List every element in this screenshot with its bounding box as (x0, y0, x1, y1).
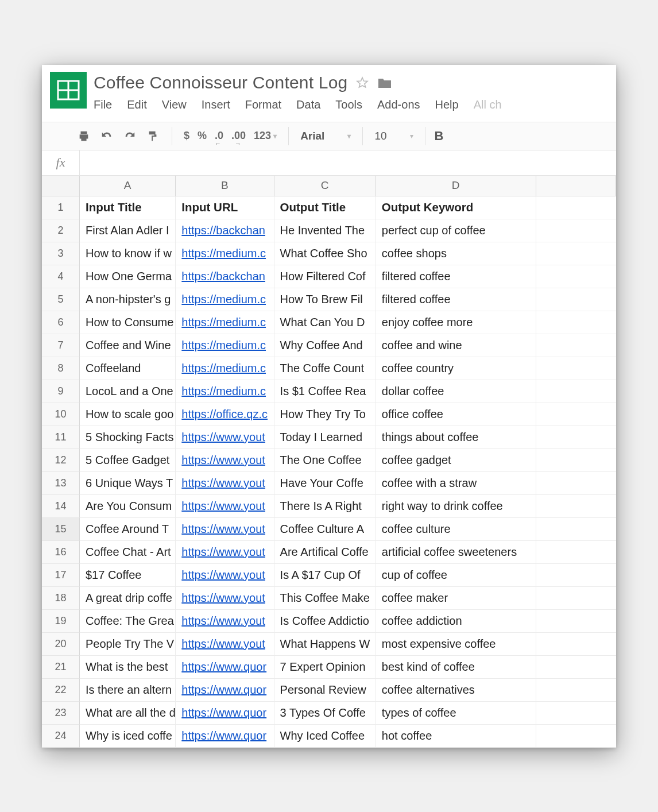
cell-text[interactable]: What Can You D (274, 311, 376, 334)
cell-text[interactable]: Coffee Around T (80, 518, 176, 541)
cell-text[interactable]: coffee country (376, 357, 536, 380)
col-header-d[interactable]: D (376, 176, 536, 196)
cell-url[interactable]: https://www.yout (176, 610, 274, 633)
cell-text[interactable]: Coffee and Wine (80, 334, 176, 357)
increase-decimal-button[interactable]: .00→ (231, 130, 246, 142)
row-header[interactable]: 23 (42, 702, 80, 725)
row-header[interactable]: 19 (42, 610, 80, 633)
cell-url[interactable]: https://medium.c (176, 311, 274, 334)
menu-help[interactable]: Help (435, 98, 459, 111)
cell-text[interactable]: coffee shops (376, 242, 536, 265)
redo-icon[interactable] (122, 129, 137, 144)
header-output-title[interactable]: Output Title (274, 196, 376, 219)
cell-text[interactable]: What are all the d (80, 702, 176, 725)
cell-text[interactable]: Why Iced Coffee (274, 725, 376, 748)
col-header-e[interactable] (536, 176, 616, 196)
cell-text[interactable]: How to Consume (80, 311, 176, 334)
cell-url[interactable]: https://www.yout (176, 426, 274, 449)
cell-text[interactable]: $17 Coffee (80, 564, 176, 587)
cell-text[interactable]: artificial coffee sweeteners (376, 541, 536, 564)
cell-text[interactable]: coffee addiction (376, 610, 536, 633)
cell-url[interactable]: https://medium.c (176, 242, 274, 265)
cell-text[interactable]: right way to drink coffee (376, 495, 536, 518)
sheets-logo-icon[interactable] (50, 72, 87, 109)
cell-text[interactable]: Is there an altern (80, 679, 176, 702)
cell-text[interactable] (536, 564, 616, 587)
select-all-corner[interactable] (42, 176, 80, 196)
menu-data[interactable]: Data (296, 98, 320, 111)
format-currency-button[interactable]: $ (184, 130, 189, 142)
cell-text[interactable] (536, 334, 616, 357)
cell-text[interactable]: The One Coffee (274, 449, 376, 472)
cell-url[interactable]: https://www.quor (176, 702, 274, 725)
cell-url[interactable]: https://www.yout (176, 495, 274, 518)
cell-text[interactable]: things about coffee (376, 426, 536, 449)
cell-text[interactable]: cup of coffee (376, 564, 536, 587)
cell-text[interactable]: This Coffee Make (274, 587, 376, 610)
row-header[interactable]: 12 (42, 449, 80, 472)
cell-text[interactable]: 5 Coffee Gadget (80, 449, 176, 472)
cell-text[interactable]: coffee with a straw (376, 472, 536, 495)
cell-text[interactable] (536, 725, 616, 748)
row-header[interactable]: 11 (42, 426, 80, 449)
cell-text[interactable] (536, 518, 616, 541)
col-header-b[interactable]: B (176, 176, 274, 196)
cell-url[interactable]: https://medium.c (176, 357, 274, 380)
cell-text[interactable]: How Filtered Cof (274, 265, 376, 288)
cell-text[interactable]: What Coffee Sho (274, 242, 376, 265)
cell-url[interactable]: https://backchan (176, 265, 274, 288)
row-header[interactable]: 18 (42, 587, 80, 610)
cell-text[interactable]: Coffee Chat - Art (80, 541, 176, 564)
cell-text[interactable]: Why is iced coffe (80, 725, 176, 748)
cell-text[interactable]: 3 Types Of Coffe (274, 702, 376, 725)
cell-url[interactable]: https://office.qz.c (176, 403, 274, 426)
header-input-url[interactable]: Input URL (176, 196, 274, 219)
row-header[interactable]: 15 (42, 518, 80, 541)
cell-text[interactable]: How To Brew Fil (274, 288, 376, 311)
cell-text[interactable]: Have Your Coffe (274, 472, 376, 495)
cell-text[interactable]: perfect cup of coffee (376, 219, 536, 242)
cell-text[interactable] (536, 679, 616, 702)
row-header[interactable]: 13 (42, 472, 80, 495)
cell-text[interactable]: First Alan Adler I (80, 219, 176, 242)
document-title[interactable]: Coffee Connoisseur Content Log (94, 73, 347, 92)
row-header[interactable]: 3 (42, 242, 80, 265)
formula-input[interactable] (80, 150, 616, 175)
row-header[interactable]: 4 (42, 265, 80, 288)
cell-text[interactable] (536, 633, 616, 656)
cell-text[interactable] (536, 472, 616, 495)
cell-text[interactable]: Is A $17 Cup Of (274, 564, 376, 587)
menu-insert[interactable]: Insert (202, 98, 230, 111)
cell-text[interactable]: hot coffee (376, 725, 536, 748)
cell-text[interactable]: 5 Shocking Facts (80, 426, 176, 449)
cell-url[interactable]: https://medium.c (176, 288, 274, 311)
row-header[interactable]: 14 (42, 495, 80, 518)
cell-text[interactable] (536, 288, 616, 311)
decrease-decimal-button[interactable]: .0← (215, 130, 223, 142)
cell-text[interactable]: 7 Expert Opinion (274, 656, 376, 679)
menu-addons[interactable]: Add-ons (377, 98, 420, 111)
star-icon[interactable] (355, 76, 369, 90)
cell-url[interactable]: https://www.yout (176, 587, 274, 610)
row-header[interactable]: 24 (42, 725, 80, 748)
row-header[interactable]: 10 (42, 403, 80, 426)
cell-text[interactable] (536, 426, 616, 449)
row-header[interactable]: 22 (42, 679, 80, 702)
cell-text[interactable]: dollar coffee (376, 380, 536, 403)
cell-text[interactable]: best kind of coffee (376, 656, 536, 679)
row-header[interactable]: 17 (42, 564, 80, 587)
cell-text[interactable]: How to scale goo (80, 403, 176, 426)
cell-text[interactable] (536, 702, 616, 725)
menu-format[interactable]: Format (245, 98, 281, 111)
cell-text[interactable]: coffee maker (376, 587, 536, 610)
row-header[interactable]: 1 (42, 196, 80, 219)
cell-text[interactable]: He Invented The (274, 219, 376, 242)
cell-url[interactable]: https://www.yout (176, 564, 274, 587)
menu-tools[interactable]: Tools (335, 98, 362, 111)
header-output-keyword[interactable]: Output Keyword (376, 196, 536, 219)
cell-text[interactable]: What is the best (80, 656, 176, 679)
row-header[interactable]: 21 (42, 656, 80, 679)
col-header-a[interactable]: A (80, 176, 176, 196)
cell-text[interactable]: How to know if w (80, 242, 176, 265)
cell-text[interactable]: There Is A Right (274, 495, 376, 518)
